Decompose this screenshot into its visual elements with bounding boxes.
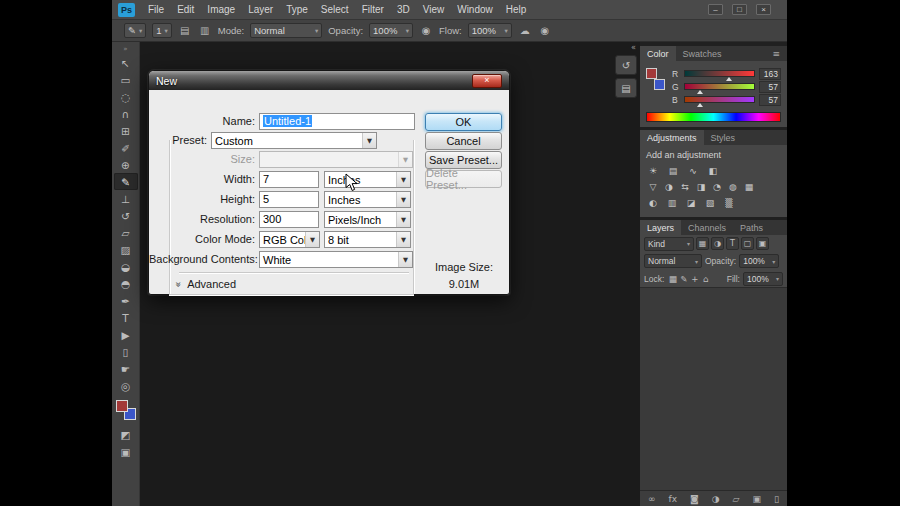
channel-slider[interactable] — [684, 70, 755, 77]
bit-depth-dropdown[interactable]: 8 bit ▼ — [324, 231, 411, 248]
menu-item[interactable]: View — [423, 4, 445, 15]
slider-handle[interactable] — [726, 77, 732, 81]
channel-value[interactable]: 163 — [759, 68, 781, 80]
brush-size-picker[interactable]: 1 ▾ — [152, 23, 172, 38]
adjustment-layer-icon[interactable]: ◑ — [712, 494, 720, 504]
cancel-button[interactable]: Cancel — [425, 132, 502, 150]
opacity-dropdown[interactable]: 100% ▾ — [369, 23, 413, 38]
posterize-icon[interactable]: ▥ — [665, 196, 679, 209]
blend-mode-dropdown[interactable]: Normal ▾ — [250, 23, 322, 38]
black-white-icon[interactable]: ◨ — [694, 180, 708, 193]
menu-item[interactable]: Filter — [362, 4, 384, 15]
channel-value[interactable]: 57 — [759, 81, 781, 93]
path-selection-tool[interactable]: ▶ — [114, 326, 138, 343]
pixel-layer-filter-icon[interactable]: ▦ — [696, 237, 709, 250]
link-layers-icon[interactable]: ∞ — [648, 494, 656, 504]
foreground-color-swatch[interactable] — [116, 400, 128, 412]
maximize-icon[interactable]: □ — [732, 4, 747, 15]
clone-stamp-tool[interactable]: ⊥ — [114, 190, 138, 207]
photo-filter-icon[interactable]: ◔ — [710, 180, 724, 193]
panel-tab[interactable]: Styles — [704, 130, 743, 145]
move-tool[interactable]: ↖ — [114, 54, 138, 71]
menu-item[interactable]: File — [148, 4, 164, 15]
screen-mode-tool[interactable]: ▣ — [114, 443, 138, 460]
panel-menu-icon[interactable]: ≡ — [767, 46, 785, 61]
fill-dropdown[interactable]: 100% ▾ — [743, 272, 783, 286]
lasso-tool[interactable]: ◌ — [114, 88, 138, 105]
blur-tool[interactable]: ◒ — [114, 258, 138, 275]
resolution-input[interactable]: 300 — [259, 211, 319, 228]
panel-tab[interactable]: Channels — [681, 220, 733, 235]
eyedropper-tool[interactable]: ✐ — [114, 139, 138, 156]
toolbar-collapse-icon[interactable]: » — [112, 42, 139, 54]
shape-layer-filter-icon[interactable]: ▢ — [741, 237, 754, 250]
exposure-icon[interactable]: ◧ — [706, 164, 720, 177]
menu-item[interactable]: Edit — [177, 4, 194, 15]
brush-tool[interactable]: ✎ — [114, 173, 138, 190]
history-panel-icon[interactable]: ↺ — [615, 55, 637, 75]
rectangle-tool[interactable]: ▯ — [114, 343, 138, 360]
slider-handle[interactable] — [697, 90, 703, 94]
color-lookup-icon[interactable]: ▦ — [742, 180, 756, 193]
crop-tool[interactable]: ⊞ — [114, 122, 138, 139]
layers-list[interactable] — [640, 287, 787, 490]
selective-color-icon[interactable]: ▒ — [722, 196, 736, 209]
menu-item[interactable]: 3D — [397, 4, 410, 15]
panel-tab[interactable]: Paths — [733, 220, 770, 235]
menu-item[interactable]: Type — [286, 4, 308, 15]
lock-position-icon[interactable]: + — [689, 274, 700, 284]
eraser-tool[interactable]: ▱ — [114, 224, 138, 241]
layer-filter-kind-dropdown[interactable]: Kind ▾ — [644, 237, 694, 251]
quick-mask-tool[interactable]: ◩ — [114, 426, 138, 443]
lock-transparency-icon[interactable]: ▦ — [667, 274, 678, 284]
preset-dropdown[interactable]: Custom ▼ — [211, 132, 377, 149]
airbrush-icon[interactable]: ☁ — [518, 25, 532, 36]
lock-all-icon[interactable]: ⌂ — [700, 274, 711, 284]
panel-tab[interactable]: Adjustments — [640, 130, 704, 145]
size-dropdown[interactable]: ▼ — [259, 151, 413, 168]
invert-icon[interactable]: ◐ — [646, 196, 660, 209]
zoom-tool[interactable]: ◎ — [114, 377, 138, 394]
name-input[interactable]: Untitled-1 — [259, 113, 415, 130]
color-balance-icon[interactable]: ⇆ — [678, 180, 692, 193]
toggle-brush-panel-icon[interactable]: ▤ — [178, 25, 192, 36]
delete-preset-button[interactable]: Delete Preset... — [425, 170, 502, 188]
rectangular-marquee-tool[interactable]: ▭ — [114, 71, 138, 88]
dodge-tool[interactable]: ◓ — [114, 275, 138, 292]
pressure-size-icon[interactable]: ◉ — [538, 25, 552, 36]
layers-opacity-dropdown[interactable]: 100% ▾ — [739, 254, 779, 268]
quick-selection-tool[interactable]: ∩ — [114, 105, 138, 122]
channel-value[interactable]: 57 — [759, 94, 781, 106]
adjustment-layer-filter-icon[interactable]: ◑ — [711, 237, 724, 250]
panel-tab[interactable]: Layers — [640, 220, 681, 235]
pressure-opacity-icon[interactable]: ◉ — [419, 25, 433, 36]
channel-slider[interactable] — [684, 83, 755, 90]
width-unit-dropdown[interactable]: Inches ▼ — [324, 171, 411, 188]
height-input[interactable]: 5 — [259, 191, 319, 208]
gradient-map-icon[interactable]: ▧ — [703, 196, 717, 209]
threshold-icon[interactable]: ◪ — [684, 196, 698, 209]
spot-healing-brush-tool[interactable]: ⊕ — [114, 156, 138, 173]
type-tool[interactable]: T — [114, 309, 138, 326]
hand-tool[interactable]: ☛ — [114, 360, 138, 377]
curves-icon[interactable]: ∿ — [686, 164, 700, 177]
history-brush-tool[interactable]: ↺ — [114, 207, 138, 224]
tool-preset-picker[interactable]: ✎ ▾ — [124, 23, 146, 38]
layer-blend-mode-dropdown[interactable]: Normal ▾ — [644, 254, 702, 268]
menu-item[interactable]: Image — [207, 4, 235, 15]
height-unit-dropdown[interactable]: Inches ▼ — [324, 191, 411, 208]
color-spectrum-bar[interactable] — [646, 112, 781, 122]
mini-bridge-panel-icon[interactable]: ▤ — [615, 78, 637, 98]
menu-item[interactable]: Help — [506, 4, 527, 15]
advanced-toggle[interactable]: » Advanced — [175, 278, 236, 290]
gradient-tool[interactable]: ▨ — [114, 241, 138, 258]
vibrance-icon[interactable]: ▽ — [646, 180, 660, 193]
close-icon[interactable]: × — [756, 4, 771, 15]
panel-tab[interactable]: Color — [640, 46, 676, 61]
lock-pixels-icon[interactable]: ✎ — [678, 274, 689, 284]
delete-layer-icon[interactable]: ▯ — [774, 494, 779, 504]
expand-dock-icon[interactable]: « — [613, 43, 639, 52]
brightness-contrast-icon[interactable]: ☀ — [646, 164, 660, 177]
slider-handle[interactable] — [697, 103, 703, 107]
minimize-icon[interactable]: – — [708, 4, 723, 15]
